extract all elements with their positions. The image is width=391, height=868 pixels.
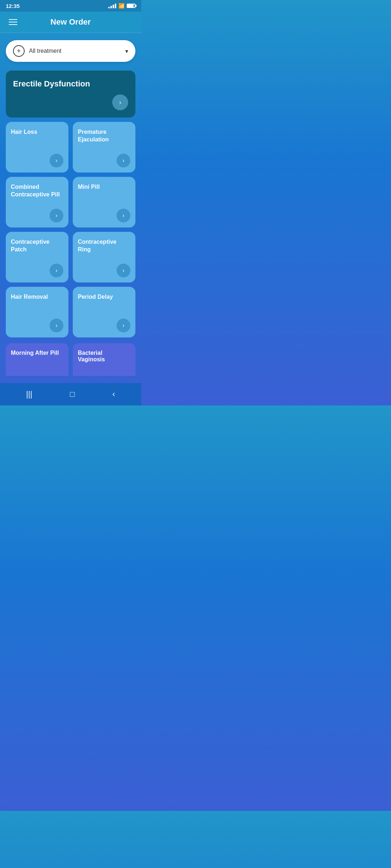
card-contraceptive-patch[interactable]: Contraceptive Patch › [6,232,68,282]
treatment-filter-label: All treatment [29,48,121,54]
card-period-delay[interactable]: Period Delay › [73,287,135,337]
grid-row-2: Combined Contraceptive Pill › Mini Pill … [6,177,135,227]
nav-home-button[interactable]: □ [66,388,79,400]
nav-back-button[interactable]: ‹ [108,388,119,400]
signal-icon [108,4,116,8]
treatment-filter-dropdown[interactable]: + All treatment ▾ [6,40,135,62]
card-contraceptive-ring-arrow[interactable]: › [117,264,130,277]
card-morning-after-pill[interactable]: Morning After Pill [6,343,68,376]
card-hair-loss[interactable]: Hair Loss › [6,122,68,173]
status-icons: 📶 [108,3,135,9]
card-hair-removal-arrow[interactable]: › [50,319,63,332]
grid-row-4: Hair Removal › Period Delay › [6,287,135,337]
card-bacterial-vaginosis-title: Bacterial Vaginosis [78,350,105,362]
card-morning-after-pill-title: Morning After Pill [11,350,59,356]
card-hair-removal[interactable]: Hair Removal › [6,287,68,337]
card-premature-ejaculation-arrow[interactable]: › [117,154,130,167]
cards-container: Erectile Dysfunction › Hair Loss › Prema… [6,71,135,376]
card-combined-contraceptive-arrow[interactable]: › [50,209,63,222]
card-contraceptive-ring-title: Contraceptive Ring [78,239,117,252]
status-bar: 12:35 📶 [0,0,141,12]
card-hair-removal-title: Hair Removal [11,294,48,300]
featured-card-title: Erectile Dysfunction [13,79,90,88]
card-hair-loss-arrow[interactable]: › [50,154,63,167]
card-contraceptive-ring[interactable]: Contraceptive Ring › [73,232,135,282]
bottom-navigation: ||| □ ‹ [0,383,141,405]
card-hair-loss-title: Hair Loss [11,129,37,135]
grid-row-3: Contraceptive Patch › Contraceptive Ring… [6,232,135,282]
grid-row-1: Hair Loss › Premature Ejaculation › [6,122,135,173]
chevron-down-icon: ▾ [125,48,128,55]
partial-row: Morning After Pill Bacterial Vaginosis [6,343,135,376]
plus-icon: + [13,45,25,57]
card-combined-contraceptive-title: Combined Contraceptive Pill [11,184,60,197]
card-mini-pill-arrow[interactable]: › [117,209,130,222]
menu-button[interactable] [7,18,19,26]
card-combined-contraceptive[interactable]: Combined Contraceptive Pill › [6,177,68,227]
card-period-delay-title: Period Delay [78,294,113,300]
card-period-delay-arrow[interactable]: › [117,319,130,332]
card-bacterial-vaginosis[interactable]: Bacterial Vaginosis [73,343,135,376]
featured-card-erectile-dysfunction[interactable]: Erectile Dysfunction › [6,71,135,118]
featured-card-arrow[interactable]: › [112,94,128,110]
nav-recent-button[interactable]: ||| [22,388,37,400]
card-premature-ejaculation-title: Premature Ejaculation [78,129,109,142]
card-contraceptive-patch-arrow[interactable]: › [50,264,63,277]
status-time: 12:35 [6,3,20,9]
main-content: + All treatment ▾ Erectile Dysfunction ›… [0,33,141,383]
app-header: New Order [0,12,141,33]
page-title: New Order [19,17,122,27]
card-premature-ejaculation[interactable]: Premature Ejaculation › [73,122,135,173]
wifi-icon: 📶 [118,3,125,9]
card-mini-pill[interactable]: Mini Pill › [73,177,135,227]
battery-icon [127,4,135,8]
card-mini-pill-title: Mini Pill [78,184,100,190]
card-contraceptive-patch-title: Contraceptive Patch [11,239,50,252]
